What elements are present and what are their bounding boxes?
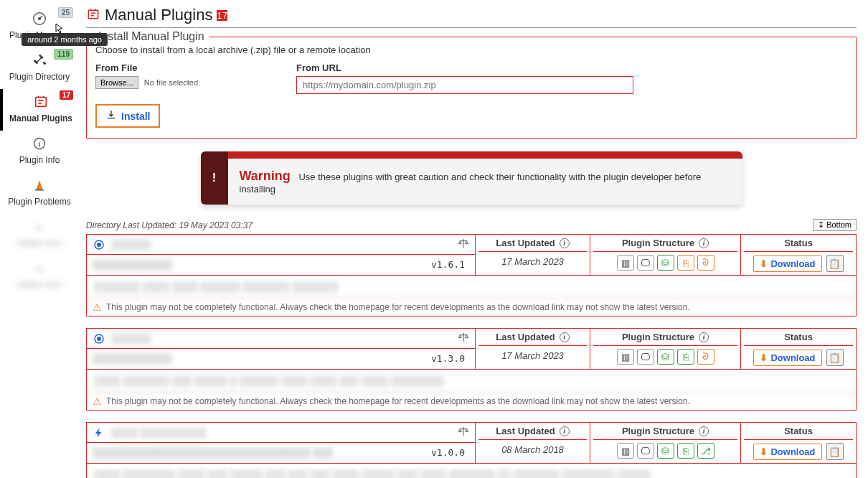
warning-icon: ! <box>201 151 228 205</box>
bottom-button[interactable]: ↧ Bottom <box>813 219 857 231</box>
sidebar-item-hidden: ●Hidden Item <box>0 214 79 256</box>
download-icon: ⬇ <box>760 446 768 457</box>
badge: 119 <box>54 49 73 60</box>
install-fieldset: Install Manual Plugin Choose to install … <box>86 37 857 139</box>
cone-icon <box>3 177 76 194</box>
manual-plugin-icon <box>86 7 100 24</box>
svg-rect-4 <box>35 189 44 191</box>
changelog-button[interactable]: 📋 <box>826 255 844 272</box>
plugin-card: ████ ██████████ ████████████████████████… <box>86 422 857 478</box>
structure-icons: ▥ 🖵 ⛁ ⎘ ⎇ <box>593 443 737 459</box>
main-content: Manual Plugins 17 Install Manual Plugin … <box>79 0 868 478</box>
database-icon[interactable]: ⛁ <box>657 255 674 271</box>
database-icon[interactable]: ⛁ <box>657 349 674 365</box>
changelog-button[interactable]: 📋 <box>826 349 844 366</box>
changelog-button[interactable]: 📋 <box>826 443 844 460</box>
directory-last-updated: Directory Last Updated: 19 May 2023 03:3… <box>86 220 253 230</box>
file-icon[interactable]: ⎘ <box>677 443 694 459</box>
book-icon[interactable]: ▥ <box>617 443 634 459</box>
balance-icon[interactable] <box>458 332 469 345</box>
sidebar-label: Plugin Info <box>3 155 76 165</box>
download-button[interactable]: ⬇ Download <box>753 444 821 460</box>
info-icon[interactable]: i <box>560 238 570 248</box>
download-icon: ⬇ <box>760 352 768 363</box>
database-icon[interactable]: ⛁ <box>657 443 674 459</box>
structure-header: Plugin Structure <box>622 426 694 436</box>
from-url-label: From URL <box>296 62 633 73</box>
last-updated-header: Last Updated <box>496 426 555 436</box>
install-button[interactable]: Install <box>95 104 160 128</box>
page-title: Manual Plugins <box>105 6 212 24</box>
sidebar-label: Plugin Directory <box>3 72 76 82</box>
svg-rect-2 <box>36 98 47 107</box>
sidebar-item-plugin-directory[interactable]: 119 Plugin Directory <box>0 47 79 89</box>
plugin-name: ██████ <box>111 239 151 250</box>
no-file-text: No file selected. <box>144 78 200 87</box>
balance-icon[interactable] <box>458 238 469 251</box>
desktop-icon[interactable]: 🖵 <box>637 255 654 271</box>
plugin-subtitle: █████████████████████████████████ ███ <box>93 447 431 458</box>
from-file-label: From File <box>95 62 253 73</box>
info-icon[interactable]: i <box>699 426 709 436</box>
plugin-subtitle: ████████████ <box>93 259 431 270</box>
page-badge: 17 <box>217 10 227 21</box>
desktop-icon[interactable]: 🖵 <box>637 443 654 459</box>
download-button[interactable]: ⬇ Download <box>753 256 821 272</box>
plugin-version: v1.0.0 <box>431 447 465 458</box>
plugin-version: v1.3.0 <box>431 353 465 364</box>
book-icon[interactable]: ▥ <box>617 255 634 271</box>
plugin-date: 08 March 2018 <box>478 444 587 455</box>
fieldset-legend: Install Manual Plugin <box>94 30 209 43</box>
status-header: Status <box>744 238 853 252</box>
status-header: Status <box>744 332 853 346</box>
sidebar-item-plugin-problems[interactable]: Plugin Problems <box>0 172 79 214</box>
desktop-icon[interactable]: 🖵 <box>637 349 654 365</box>
plugin-icon <box>93 332 105 345</box>
install-icon <box>105 109 117 123</box>
url-input[interactable] <box>296 76 633 94</box>
svg-rect-5 <box>88 10 98 19</box>
warning-title: Warning <box>240 169 291 183</box>
svg-point-9 <box>98 337 101 340</box>
structure-icons: ▥ 🖵 ⛁ ⎘ ᘐ <box>593 349 737 365</box>
plugin-note: ⚠ This plugin may not be completely func… <box>87 393 856 410</box>
info-icon <box>3 135 76 152</box>
download-button[interactable]: ⬇ Download <box>753 350 821 366</box>
warning-triangle-icon: ⚠ <box>93 301 102 313</box>
plugin-description: ████ ███████ ███ █████ █ ██████ ████ ███… <box>87 370 856 393</box>
plugin-subtitle: ████████████ <box>93 353 431 364</box>
plugin-date: 17 March 2023 <box>478 350 587 361</box>
webhook-icon[interactable]: ᘐ <box>697 349 714 365</box>
sidebar-label: Manual Plugins <box>6 113 76 123</box>
book-icon[interactable]: ▥ <box>617 349 634 365</box>
plugin-icon <box>93 426 105 439</box>
sidebar-item-manual-plugins[interactable]: 17 Manual Plugins <box>0 89 79 131</box>
info-icon[interactable]: i <box>560 332 570 342</box>
date-tooltip: around 2 months ago <box>22 33 108 46</box>
plugin-date: 17 March 2023 <box>478 256 587 267</box>
warning-triangle-icon: ⚠ <box>93 395 102 407</box>
plugin-note: ⚠ This plugin may not be completely func… <box>87 299 856 316</box>
plugin-card: ██████ ████████████ v1.3.0 Last Updatedi… <box>86 328 857 411</box>
file-icon[interactable]: ⎘ <box>677 349 694 365</box>
plugin-description: ███████ ████ ████ ██████ ███████ ███████ <box>87 276 856 299</box>
file-icon[interactable]: ⎘ <box>677 255 694 271</box>
balance-icon[interactable] <box>458 426 469 439</box>
sidebar-item-plugin-info[interactable]: Plugin Info <box>0 131 79 172</box>
info-icon[interactable]: i <box>699 238 709 248</box>
install-label: Install <box>121 111 150 122</box>
browse-button[interactable]: Browse... <box>95 76 138 89</box>
last-updated-header: Last Updated <box>496 238 555 248</box>
warning-body: Use these plugins with great caution and… <box>240 172 702 195</box>
structure-header: Plugin Structure <box>622 238 694 248</box>
info-icon[interactable]: i <box>560 426 570 436</box>
webhook-icon[interactable]: ᘐ <box>697 255 714 271</box>
info-icon[interactable]: i <box>699 332 709 342</box>
sidebar: 25 Plugin Manager 119 Plugin Directory 1… <box>0 0 79 478</box>
warning-box: ! Warning Use these plugins with great c… <box>201 151 742 205</box>
plugin-card: ██████ ████████████ v1.6.1 Last Updatedi… <box>86 234 857 317</box>
svg-point-7 <box>98 243 101 246</box>
webhook-icon[interactable]: ⎇ <box>697 443 714 459</box>
svg-point-1 <box>39 18 41 20</box>
plugin-icon <box>93 238 105 251</box>
